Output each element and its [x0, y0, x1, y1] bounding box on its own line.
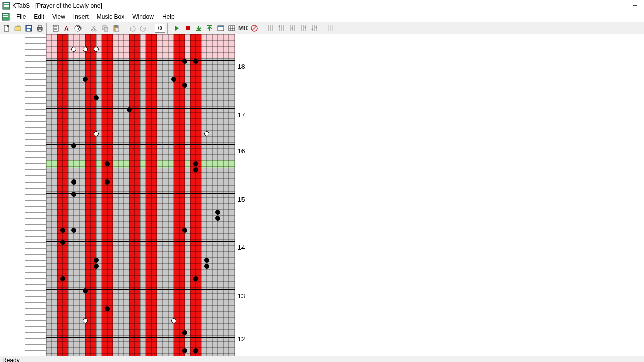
redo-button[interactable]: [138, 23, 149, 34]
svg-point-258: [205, 264, 209, 269]
svg-text:A: A: [64, 25, 69, 32]
svg-rect-71: [46, 160, 235, 168]
svg-point-264: [172, 319, 176, 323]
stop-button[interactable]: [182, 23, 193, 34]
svg-point-232: [94, 47, 99, 52]
app-icon: [2, 2, 10, 10]
svg-rect-2: [4, 5, 9, 6]
save-button[interactable]: [23, 23, 34, 34]
svg-point-240: [94, 132, 99, 136]
svg-point-241: [205, 132, 209, 136]
paste-button[interactable]: [111, 23, 122, 34]
svg-point-249: [216, 210, 220, 215]
new-button[interactable]: [1, 23, 12, 34]
svg-point-256: [205, 258, 209, 263]
svg-rect-6: [3, 14, 8, 15]
chord-tool-6[interactable]: [325, 23, 336, 34]
svg-point-250: [216, 216, 220, 221]
measure-number: 16: [238, 148, 245, 155]
disable-button[interactable]: [249, 23, 260, 34]
svg-point-238: [94, 96, 99, 100]
svg-point-247: [105, 180, 110, 185]
toolbar-separator: [46, 23, 49, 34]
svg-point-248: [72, 192, 76, 197]
svg-rect-3: [4, 6, 9, 7]
svg-point-263: [83, 319, 88, 323]
properties-button[interactable]: [50, 23, 61, 34]
svg-point-254: [61, 240, 65, 245]
menu-view[interactable]: View: [48, 12, 69, 21]
svg-rect-10: [27, 26, 31, 28]
chord-tool-3[interactable]: [287, 23, 298, 34]
menu-window[interactable]: Window: [128, 12, 158, 21]
upload-button[interactable]: [204, 23, 215, 34]
measure-number: 15: [238, 196, 245, 203]
title-bar: KTabS - [Prayer of the Lowly one]: [0, 0, 644, 11]
svg-rect-31: [186, 26, 190, 30]
svg-point-62: [316, 26, 317, 28]
copy-button[interactable]: [100, 23, 111, 34]
svg-point-262: [105, 307, 110, 311]
svg-point-246: [72, 180, 76, 185]
svg-point-265: [183, 331, 187, 335]
toolbar-separator: [321, 23, 324, 34]
svg-rect-29: [115, 25, 117, 27]
status-text: Ready: [2, 357, 20, 363]
menu-edit[interactable]: Edit: [30, 12, 48, 21]
grid-toggle-button[interactable]: [226, 23, 237, 34]
svg-point-57: [305, 26, 306, 28]
svg-rect-11: [27, 29, 30, 31]
undo-button[interactable]: [127, 23, 138, 34]
about-button[interactable]: ?: [72, 23, 84, 34]
mdi-system-icon[interactable]: [1, 12, 10, 21]
svg-point-237: [183, 83, 187, 88]
chord-tool-2[interactable]: [276, 23, 287, 34]
svg-point-255: [94, 258, 99, 263]
svg-rect-13: [38, 25, 41, 27]
measure-number: 12: [238, 336, 245, 343]
measure-number: 18: [238, 63, 245, 70]
svg-rect-14: [38, 29, 41, 31]
svg-point-267: [194, 349, 198, 353]
svg-point-259: [61, 277, 65, 281]
toolbar-separator: [123, 23, 126, 34]
svg-rect-68: [46, 40, 235, 46]
tablature-canvas[interactable]: [0, 34, 236, 356]
svg-point-245: [194, 168, 198, 172]
svg-point-61: [312, 28, 313, 30]
svg-point-257: [94, 264, 99, 269]
cut-button[interactable]: [89, 23, 100, 34]
menu-help[interactable]: Help: [158, 12, 179, 21]
menu-musicbox[interactable]: Music Box: [93, 12, 128, 21]
view-toggle-button[interactable]: [215, 23, 226, 34]
chord-tool-4[interactable]: [298, 23, 309, 34]
svg-point-49: [279, 25, 280, 27]
chord-tool-5[interactable]: [309, 23, 320, 34]
print-button[interactable]: [34, 23, 45, 34]
svg-rect-35: [218, 26, 224, 27]
svg-point-234: [194, 59, 198, 64]
svg-point-242: [72, 144, 76, 148]
menu-insert[interactable]: Insert: [69, 12, 93, 21]
svg-point-260: [194, 277, 198, 281]
midi-button[interactable]: MIDI: [237, 23, 249, 34]
minimize-button[interactable]: [629, 1, 642, 10]
status-bar: Ready: [0, 356, 644, 362]
menu-file[interactable]: File: [12, 12, 30, 21]
chord-tool-1[interactable]: [265, 23, 276, 34]
svg-point-230: [72, 47, 76, 52]
measure-number: 14: [238, 244, 245, 251]
download-button[interactable]: [193, 23, 204, 34]
svg-text:?: ?: [77, 25, 80, 32]
toolbar-separator: [85, 23, 88, 34]
workspace[interactable]: 18171615141312: [0, 34, 644, 356]
transpose-counter[interactable]: 0: [155, 24, 165, 33]
svg-rect-1: [4, 3, 9, 4]
open-button[interactable]: [12, 23, 23, 34]
play-button[interactable]: [171, 23, 182, 34]
font-button[interactable]: A: [61, 23, 72, 34]
window-title: KTabS - [Prayer of the Lowly one]: [12, 2, 629, 9]
toolbar: A ? 0 MIDI: [0, 22, 644, 34]
measure-number: 17: [238, 112, 245, 119]
svg-point-266: [183, 349, 187, 353]
